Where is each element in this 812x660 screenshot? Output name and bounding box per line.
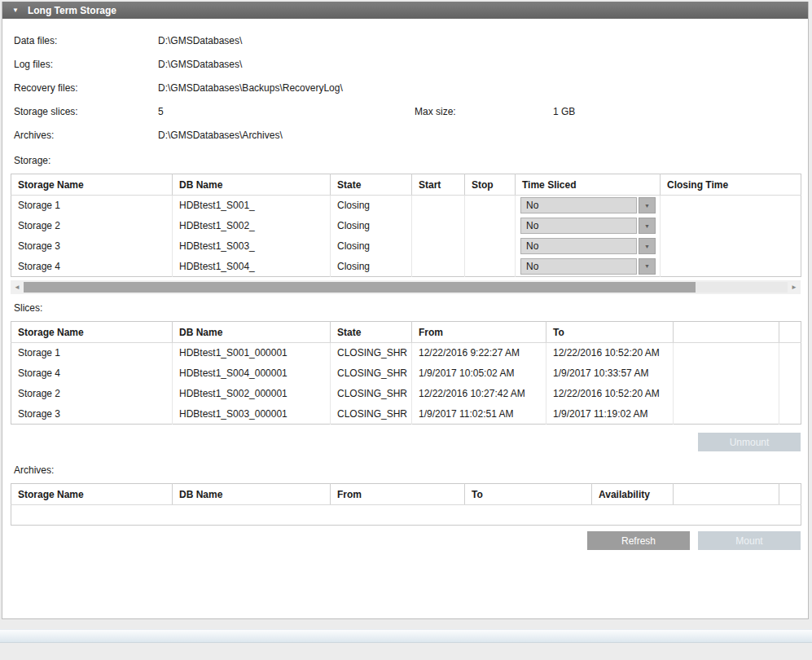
cell-storage-name: Storage 4 [11, 257, 173, 277]
cell-state: Closing [331, 236, 412, 257]
col-header-db-name[interactable]: DB Name [173, 174, 331, 196]
col-header-to[interactable]: To [546, 322, 674, 343]
cell-stop [465, 257, 516, 277]
storage-slices-label: Storage slices: [14, 106, 158, 117]
col-header-storage-name[interactable]: Storage Name [11, 174, 173, 196]
cell-start [412, 196, 465, 216]
storage-table: Storage Name DB Name State Start Stop Ti… [11, 174, 801, 277]
cell-stop [465, 216, 516, 236]
col-header-blank2 [779, 322, 801, 343]
storage-table-row[interactable]: Storage 2 HDBtest1_S002_ Closing No ▼ [11, 216, 801, 236]
time-sliced-value: No [520, 238, 637, 254]
cell-state: Closing [331, 196, 412, 216]
storage-table-row[interactable]: Storage 1 HDBtest1_S001_ Closing No ▼ [11, 196, 801, 216]
col-header-storage-name[interactable]: Storage Name [11, 322, 173, 343]
col-header-to[interactable]: To [465, 484, 592, 505]
time-sliced-dropdown[interactable]: No ▼ [520, 258, 656, 275]
col-header-availability[interactable]: Availability [592, 484, 674, 505]
slices-table-row[interactable]: Storage 1 HDBtest1_S001_000001 CLOSING_S… [11, 343, 801, 363]
cell-storage-name: Storage 2 [11, 216, 173, 236]
col-header-from[interactable]: From [412, 322, 546, 343]
storage-table-row[interactable]: Storage 4 HDBtest1_S004_ Closing No ▼ [11, 257, 801, 277]
storage-table-row[interactable]: Storage 3 HDBtest1_S003_ Closing No ▼ [11, 236, 801, 257]
slices-table-row[interactable]: Storage 2 HDBtest1_S002_000001 CLOSING_S… [11, 384, 801, 404]
storage-slices-row: Storage slices: 5 Max size: 1 GB [14, 99, 808, 123]
panel-header[interactable]: ▼ Long Term Storage [2, 2, 808, 19]
cell-closing-time [661, 236, 801, 257]
cell-closing-time [661, 196, 801, 216]
chevron-down-icon[interactable]: ▼ [639, 258, 656, 275]
cell-db-name: HDBtest1_S002_ [173, 216, 331, 236]
max-size-value: 1 GB [553, 106, 808, 117]
archives-path-row: Archives: D:\GMSDatabases\Archives\ [14, 123, 808, 147]
col-header-state[interactable]: State [331, 322, 412, 343]
col-header-db-name[interactable]: DB Name [173, 322, 331, 343]
slices-table-row[interactable]: Storage 4 HDBtest1_S004_000001 CLOSING_S… [11, 363, 801, 384]
collapse-triangle-icon[interactable]: ▼ [12, 7, 19, 14]
cell-storage-name: Storage 4 [11, 363, 173, 384]
cell-start [412, 216, 465, 236]
cell-to: 12/22/2016 10:52:20 AM [546, 343, 674, 363]
cell-state: Closing [331, 216, 412, 236]
cell-storage-name: Storage 3 [11, 404, 173, 425]
col-header-db-name[interactable]: DB Name [173, 484, 331, 505]
cell-time-sliced: No ▼ [516, 216, 661, 236]
cell-stop [465, 196, 516, 216]
cell-db-name: HDBtest1_S001_000001 [173, 343, 331, 363]
storage-table-header: Storage Name DB Name State Start Stop Ti… [11, 174, 801, 196]
cell-db-name: HDBtest1_S003_ [173, 236, 331, 257]
mount-button[interactable]: Mount [698, 531, 801, 550]
time-sliced-dropdown[interactable]: No ▼ [520, 238, 656, 254]
cell-storage-name: Storage 1 [11, 196, 173, 216]
cell-to: 1/9/2017 10:33:57 AM [546, 363, 674, 384]
col-header-storage-name[interactable]: Storage Name [11, 484, 173, 505]
col-header-closing-time[interactable]: Closing Time [661, 174, 801, 196]
cell-storage-name: Storage 3 [11, 236, 173, 257]
cell-db-name: HDBtest1_S002_000001 [173, 384, 331, 404]
col-header-state[interactable]: State [331, 174, 412, 196]
col-header-blank[interactable] [674, 484, 779, 505]
col-header-start[interactable]: Start [412, 174, 465, 196]
cell-from: 12/22/2016 9:22:27 AM [412, 343, 546, 363]
slices-table-row[interactable]: Storage 3 HDBtest1_S003_000001 CLOSING_S… [11, 404, 801, 425]
recovery-files-row: Recovery files: D:\GMSDatabases\Backups\… [14, 76, 808, 99]
archives-section-label: Archives: [14, 464, 808, 477]
cell-time-sliced: No ▼ [516, 257, 661, 277]
archives-empty-area [11, 505, 801, 526]
cell-db-name: HDBtest1_S003_000001 [173, 404, 331, 425]
application-window: ▼ Long Term Storage Data files: D:\GMSDa… [0, 0, 812, 660]
scrollbar-thumb[interactable] [24, 282, 696, 293]
chevron-down-icon[interactable]: ▼ [639, 197, 656, 213]
cell-closing-time [661, 257, 801, 277]
unmount-button[interactable]: Unmount [698, 433, 801, 451]
chevron-down-icon[interactable]: ▼ [639, 238, 656, 254]
scrollbar-track[interactable] [24, 282, 788, 293]
col-header-blank[interactable] [674, 322, 779, 343]
col-header-from[interactable]: From [331, 484, 465, 505]
col-header-stop[interactable]: Stop [465, 174, 516, 196]
scroll-right-icon[interactable]: ► [788, 280, 801, 294]
refresh-button[interactable]: Refresh [587, 531, 690, 550]
log-files-row: Log files: D:\GMSDatabases\ [14, 52, 808, 76]
cell-db-name: HDBtest1_S004_000001 [173, 363, 331, 384]
col-header-time-sliced[interactable]: Time Sliced [516, 174, 661, 196]
time-sliced-dropdown[interactable]: No ▼ [520, 218, 656, 234]
data-files-value: D:\GMSDatabases\ [158, 35, 808, 46]
cell-blank [674, 384, 779, 404]
cell-time-sliced: No ▼ [516, 196, 661, 216]
chevron-down-icon[interactable]: ▼ [639, 218, 656, 234]
cell-storage-name: Storage 1 [11, 343, 173, 363]
cell-blank2 [779, 404, 801, 425]
cell-db-name: HDBtest1_S001_ [173, 196, 331, 216]
data-files-label: Data files: [14, 35, 158, 46]
slices-section-label: Slices: [14, 302, 808, 315]
cell-blank [674, 404, 779, 425]
col-header-blank2 [779, 484, 801, 505]
time-sliced-value: No [520, 218, 637, 234]
horizontal-scrollbar[interactable]: ◄ ► [11, 280, 801, 294]
time-sliced-value: No [520, 258, 637, 275]
bottom-separator-bar [0, 629, 812, 643]
slices-table-header: Storage Name DB Name State From To [11, 322, 801, 343]
time-sliced-dropdown[interactable]: No ▼ [520, 197, 656, 213]
scroll-left-icon[interactable]: ◄ [11, 280, 24, 294]
